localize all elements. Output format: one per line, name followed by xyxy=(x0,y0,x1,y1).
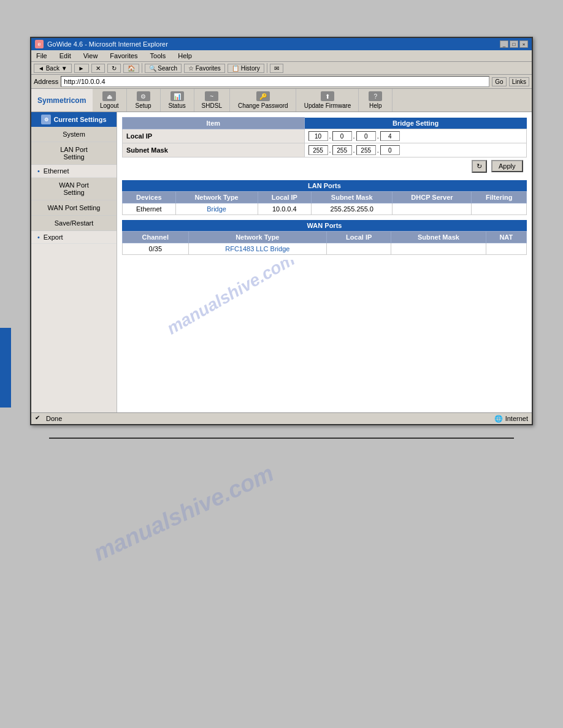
address-bar: Address Go Links xyxy=(31,75,532,89)
status-right: 🌐 Internet xyxy=(494,415,528,423)
status-text: Done xyxy=(46,415,62,422)
subnet-mask-octet1[interactable] xyxy=(308,145,328,155)
wan-col-network-type: Network Type xyxy=(188,232,326,243)
refresh-button[interactable]: ↻ xyxy=(107,64,121,73)
menu-favorites[interactable]: Favorites xyxy=(107,51,140,60)
toolbar: ◄ Back ▼ ► ✕ ↻ 🏠 🔍 Search ☆ Favorites 📋 … xyxy=(31,62,532,75)
bridge-settings-table: Item Bridge Setting Local IP . xyxy=(122,117,527,175)
lan-col-local-ip: Local IP xyxy=(258,192,312,203)
nav-logout[interactable]: ⏏ Logout xyxy=(93,89,127,112)
sidebar-item-advanced[interactable]: WAN Port Setting xyxy=(31,200,117,216)
subnet-mask-label: Subnet Mask xyxy=(123,143,305,157)
item-column-header: Item xyxy=(123,118,305,129)
mail-button[interactable]: ✉ xyxy=(270,64,283,73)
lan-ports-table: Devices Network Type Local IP Subnet Mas… xyxy=(122,191,527,215)
password-icon: 🔑 xyxy=(256,91,270,101)
minimize-button[interactable]: _ xyxy=(500,40,508,48)
blue-sidebar-decoration xyxy=(0,328,11,408)
forward-button[interactable]: ► xyxy=(74,64,89,73)
wan-port-row: 0/35 RFC1483 LLC Bridge xyxy=(123,243,527,255)
reset-button[interactable]: ↻ xyxy=(472,160,487,173)
wan-network-type[interactable]: RFC1483 LLC Bridge xyxy=(188,243,326,255)
sidebar-item-save-restart[interactable]: Save/Restart xyxy=(31,216,117,231)
divider xyxy=(49,438,514,439)
lan-network-type-bridge[interactable]: Bridge xyxy=(175,203,258,215)
sidebar-item-system[interactable]: System xyxy=(31,127,117,142)
wan-channel: 0/35 xyxy=(123,243,189,255)
subnet-mask-octet4[interactable] xyxy=(380,145,400,155)
menu-view[interactable]: View xyxy=(81,51,101,60)
wan-ports-header: WAN Ports xyxy=(122,220,527,231)
menu-file[interactable]: File xyxy=(34,51,50,60)
wan-col-subnet-mask: Subnet Mask xyxy=(391,232,486,243)
local-ip-value: . . . xyxy=(304,129,526,143)
lan-col-network-type: Network Type xyxy=(175,192,258,203)
subnet-mask-octet2[interactable] xyxy=(332,145,352,155)
menu-bar: File Edit View Favorites Tools Help xyxy=(31,50,532,62)
sidebar-item-export[interactable]: Export xyxy=(31,231,117,244)
local-ip-octet2[interactable] xyxy=(332,131,352,141)
setup-icon: ⚙ xyxy=(137,91,150,101)
browser-icon: e xyxy=(35,40,44,48)
search-button[interactable]: 🔍 Search xyxy=(145,64,182,73)
local-ip-octet4[interactable] xyxy=(380,131,400,141)
top-nav: Symmetricom ⏏ Logout ⚙ Setup 📊 Status xyxy=(31,89,532,112)
back-button[interactable]: ◄ Back ▼ xyxy=(34,64,72,73)
links-button[interactable]: Links xyxy=(509,77,529,86)
menu-edit[interactable]: Edit xyxy=(57,51,74,60)
lan-ports-header: LAN Ports xyxy=(122,180,527,191)
shdsl-icon: ~ xyxy=(205,91,218,101)
firmware-icon: ⬆ xyxy=(321,91,334,101)
nav-setup[interactable]: ⚙ Setup xyxy=(127,89,161,112)
apply-button[interactable]: Apply xyxy=(491,160,523,172)
nav-update-firmware[interactable]: ⬆ Update Firmware xyxy=(297,89,359,112)
window-title: GoWide 4.6 - Microsoft Internet Explorer xyxy=(47,40,168,48)
lan-filtering xyxy=(472,203,527,215)
sidebar-item-lan-port-setting[interactable]: LAN PortSetting xyxy=(31,142,117,165)
sidebar-header: ⚙ Current Settings xyxy=(31,112,117,127)
address-input[interactable] xyxy=(61,76,489,87)
home-button[interactable]: 🏠 xyxy=(123,64,139,73)
history-button[interactable]: 📋 History xyxy=(228,64,264,73)
lan-subnet-mask: 255.255.255.0 xyxy=(312,203,393,215)
stop-button[interactable]: ✕ xyxy=(91,64,105,73)
menu-tools[interactable]: Tools xyxy=(148,51,169,60)
content-spacer: manualshive.com xyxy=(122,260,527,370)
go-button[interactable]: Go xyxy=(492,77,506,86)
sidebar-item-wan-port-setting[interactable]: WAN PortSetting xyxy=(31,178,117,200)
status-left: ✔ Done xyxy=(35,414,62,423)
bridge-setting-header: Bridge Setting xyxy=(304,118,526,129)
local-ip-octet3[interactable] xyxy=(356,131,376,141)
nav-shdsl[interactable]: ~ SHDSL xyxy=(194,89,230,112)
status-bar: ✔ Done 🌐 Internet xyxy=(31,412,532,424)
nav-change-password[interactable]: 🔑 Change Password xyxy=(231,89,296,112)
favorites-button[interactable]: ☆ Favorites xyxy=(184,64,225,73)
title-bar: e GoWide 4.6 - Microsoft Internet Explor… xyxy=(31,38,532,50)
menu-help[interactable]: Help xyxy=(175,51,194,60)
address-label: Address xyxy=(34,78,58,85)
close-button[interactable]: × xyxy=(519,40,528,48)
watermark: manualshive.com xyxy=(164,260,299,339)
wan-col-nat: NAT xyxy=(486,232,526,243)
subnet-mask-octet3[interactable] xyxy=(356,145,376,155)
wan-col-local-ip: Local IP xyxy=(327,232,391,243)
wan-nat xyxy=(486,243,526,255)
local-ip-octet1[interactable] xyxy=(308,131,328,141)
wan-col-channel: Channel xyxy=(123,232,189,243)
nav-buttons: ⏏ Logout ⚙ Setup 📊 Status ~ SHDSL xyxy=(93,89,532,112)
lan-col-devices: Devices xyxy=(123,192,176,203)
nav-status[interactable]: 📊 Status xyxy=(161,89,194,112)
done-icon: ✔ xyxy=(35,414,44,423)
zone-text: Internet xyxy=(505,415,528,422)
nav-help[interactable]: ? Help xyxy=(359,89,393,112)
lan-local-ip: 10.0.0.4 xyxy=(258,203,312,215)
lan-device-ethernet: Ethernet xyxy=(123,203,176,215)
logo: Symmetricom xyxy=(37,96,86,105)
sidebar-item-ethernet[interactable]: Ethernet xyxy=(31,165,117,178)
current-settings-icon: ⚙ xyxy=(41,115,51,124)
sidebar: ⚙ Current Settings System LAN PortSettin… xyxy=(31,112,117,412)
maximize-button[interactable]: □ xyxy=(510,40,518,48)
main-area: Item Bridge Setting Local IP . xyxy=(117,112,532,412)
lan-dhcp-server xyxy=(393,203,472,215)
wan-ports-table: Channel Network Type Local IP Subnet Mas… xyxy=(122,231,527,255)
